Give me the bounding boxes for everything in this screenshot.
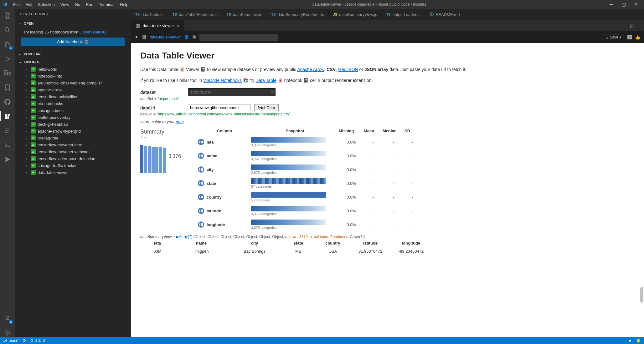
- building-icon[interactable]: 🏛: [192, 35, 196, 39]
- tab-dataSummaryView-js[interactable]: JSdataSummaryView.js: [329, 9, 382, 20]
- timeline-icon[interactable]: [3, 126, 12, 135]
- menu-run[interactable]: Run: [83, 1, 96, 8]
- bookmarks-icon[interactable]: [3, 83, 12, 92]
- breadcrumb-link[interactable]: data-table-viewer: [150, 35, 181, 39]
- sidebar-item-nlp-tag-tree[interactable]: ›≡nlp-tag-tree: [20, 134, 126, 141]
- categorical-type-icon: [198, 153, 204, 159]
- status-bell-icon[interactable]: 🔔: [636, 338, 641, 343]
- help-icon[interactable]: ?: [627, 35, 632, 39]
- status-branch[interactable]: ⎇main*: [3, 338, 18, 343]
- notebook-content[interactable]: Data Table Viewer Use this Data Table 🀄 …: [131, 43, 644, 337]
- sidebar-more-icon[interactable]: ⋯: [122, 12, 126, 16]
- settings-gear-icon[interactable]: [3, 328, 12, 337]
- page-title: Data Table Viewer: [140, 51, 635, 61]
- dataurl-input[interactable]: [188, 104, 250, 111]
- data-table-row: 00M Thigpen Bay Springs MS USA 31.953764…: [140, 247, 635, 255]
- column-name: latitude: [207, 209, 221, 213]
- maximize-icon[interactable]: ▢: [620, 2, 627, 7]
- data-table-link[interactable]: Data Table: [255, 78, 276, 83]
- vscode-notebooks-link[interactable]: VSCode Notebooks: [203, 78, 242, 83]
- menu-file[interactable]: File: [11, 1, 22, 8]
- menu-edit[interactable]: Edit: [23, 1, 35, 8]
- menu-view[interactable]: View: [58, 1, 72, 8]
- categorical-type-icon: [198, 166, 204, 173]
- menu-terminal[interactable]: Terminal: [96, 1, 117, 8]
- sidebar-item-notebook-info[interactable]: ›≡notebook-info: [20, 73, 126, 79]
- source-control-icon[interactable]: 1: [3, 40, 12, 49]
- tab-outputLoader-ts[interactable]: TSoutputLoader.ts: [382, 9, 425, 20]
- star-icon[interactable]: ★: [135, 35, 138, 39]
- section-popular[interactable]: ›POPULAR: [19, 51, 127, 57]
- github-icon[interactable]: [3, 98, 12, 106]
- section-open[interactable]: ⌄OPEN: [19, 20, 127, 27]
- minimize-icon[interactable]: ─: [608, 2, 615, 7]
- share-data-link[interactable]: data: [176, 119, 183, 124]
- sidebar-item-apache-arrow-hypergrid[interactable]: ›≡apache-arrow-hypergrid: [20, 128, 126, 134]
- sidebar-item-chicago-traffic-tracker[interactable]: ›≡chicago-traffic-tracker: [20, 162, 126, 169]
- sidebar-item-chicagocrimes[interactable]: ›≡chicagocrimes: [20, 107, 126, 114]
- menu-selection[interactable]: Selection: [35, 1, 57, 8]
- sidebar: JS NOTEBOOKS ⋯ ⌄OPEN Try loading JS note…: [15, 9, 131, 337]
- geojson-link[interactable]: GeoJSON: [338, 67, 358, 72]
- sidebar-item-an-unofficial-observablehq-compiler[interactable]: ›≡an-unofficial-observablehq-compiler: [20, 79, 126, 86]
- scrollbar-thumb[interactable]: [640, 287, 643, 303]
- sidebar-item-leaflet-pixi-overlay[interactable]: ›≡leaflet-pixi-overlay: [20, 114, 126, 121]
- search-icon[interactable]: [3, 26, 12, 34]
- menu-help[interactable]: Help: [117, 1, 131, 8]
- notebook-icon: ≡: [31, 115, 36, 120]
- tab-dataSummary-ts[interactable]: TSdataSummary.ts: [222, 9, 267, 20]
- accounts-icon[interactable]: 2: [3, 314, 12, 323]
- tab-README-md[interactable]: ⓘREADME.md: [425, 9, 464, 20]
- sidebar-item-tensorflow-movenet-webcam[interactable]: ›≡tensorflow-movenet-webcam: [20, 148, 126, 155]
- sidebar-item-apache-arrow[interactable]: ›≡apache-arrow: [20, 86, 126, 93]
- notebook-icon: 📓: [135, 23, 140, 28]
- notebook-icon: ≡: [31, 108, 36, 113]
- save-label: Save: [610, 35, 618, 39]
- explorer-icon[interactable]: [3, 11, 12, 20]
- categories-caption: 5 categories: [251, 198, 339, 202]
- notebook-icon: ≡: [31, 73, 36, 78]
- tab-dataTableRenderer-ts[interactable]: TSdataTableRenderer.ts: [168, 9, 222, 20]
- toolbar-search-input[interactable]: [199, 34, 278, 41]
- sidebar-item-nlp-notebooks[interactable]: ›≡nlp-notebooks: [20, 100, 126, 107]
- sidebar-item-deck-gl-heatmap[interactable]: ›≡deck-gl-heatmap: [20, 121, 126, 128]
- sidebar-item-tensorflow-toxicityfilter[interactable]: ›≡tensorflow-toxicityfilter: [20, 93, 126, 100]
- categorical-type-icon: [198, 221, 204, 228]
- add-notebook-button[interactable]: Add Notebook 📓: [21, 38, 125, 46]
- save-button[interactable]: ⤓Save▾: [603, 34, 624, 40]
- status-problems[interactable]: ⊘0 ⚠0: [30, 338, 45, 343]
- apache-arrow-link[interactable]: Apache Arrow: [297, 67, 324, 72]
- run-debug-icon[interactable]: [3, 54, 12, 63]
- sidebar-item-hello-world[interactable]: ›≡hello-world: [20, 66, 126, 73]
- observablehq-link[interactable]: ObservableHQ: [79, 30, 106, 34]
- sidebar-item-data-table-viewer[interactable]: ›≡data-table-viewer: [20, 169, 126, 176]
- split-editor-icon[interactable]: ◫: [630, 23, 634, 28]
- dt-header: city: [228, 241, 281, 245]
- tab-dataTable-ts[interactable]: TSdataTable.ts: [131, 9, 168, 20]
- send-icon[interactable]: [3, 155, 12, 164]
- extensions-icon[interactable]: [3, 69, 12, 78]
- tab-data-table-viewer[interactable]: 📓 data-table-viewer ✕: [131, 20, 184, 31]
- close-icon[interactable]: ✕: [633, 2, 640, 7]
- status-feedback-icon[interactable]: ☻: [628, 338, 632, 343]
- snapshot-bar: 3,375 categories: [251, 220, 339, 230]
- sidebar-item-tensorflow-movenet-intro[interactable]: ›≡tensorflow-movenet-intro: [20, 141, 126, 148]
- thumbs-up-icon[interactable]: 👍: [635, 35, 640, 40]
- notebooks-icon[interactable]: [3, 112, 12, 121]
- status-sync[interactable]: ⟳: [23, 338, 26, 343]
- more-actions-icon[interactable]: ⋯: [637, 23, 641, 28]
- sd-cell: -: [404, 167, 420, 172]
- menu-go[interactable]: Go: [72, 1, 83, 8]
- sidebar-item-label: hello-world: [38, 67, 57, 72]
- tab-close-icon[interactable]: ✕: [177, 23, 180, 28]
- snapshot-bar: 5 categories: [251, 192, 339, 202]
- terminal-icon[interactable]: [3, 141, 12, 149]
- chevron-right-icon: ›: [19, 52, 23, 56]
- user-icon[interactable]: 👤: [184, 35, 189, 39]
- tab-dataSummaryRenderer-ts[interactable]: TSdataSummaryRenderer.ts: [267, 9, 329, 20]
- dataset-select[interactable]: airports.csv: [188, 88, 276, 96]
- section-favorite[interactable]: ⌄FAVORITE: [19, 58, 127, 65]
- column-name: name: [207, 154, 217, 158]
- sidebar-item-tensorflow-video-pose-detection[interactable]: ›≡tensorflow-video-pose-detection: [20, 155, 126, 162]
- fetch-data-button[interactable]: fetchData: [254, 104, 279, 111]
